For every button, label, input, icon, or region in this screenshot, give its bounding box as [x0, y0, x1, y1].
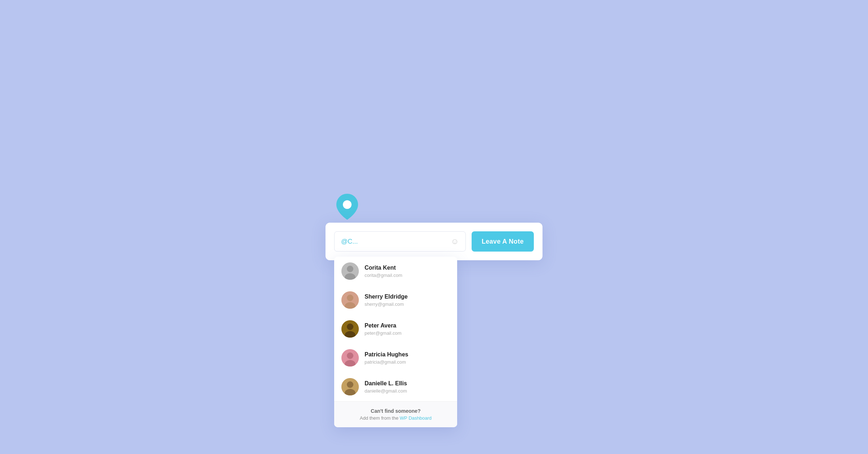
location-pin-icon — [336, 194, 358, 220]
leave-note-button[interactable]: Leave A Note — [472, 231, 534, 252]
svg-point-2 — [347, 266, 353, 272]
contact-email-sherry: sherry@gmail.com — [365, 301, 408, 307]
mention-input[interactable]: @C... ☺ — [334, 231, 466, 252]
contact-info-sherry: Sherry Eldridge sherry@gmail.com — [365, 293, 408, 307]
avatar-patricia — [341, 349, 359, 367]
contact-dropdown: Corita Kent corita@gmail.com Sherry Eldr… — [334, 257, 457, 427]
svg-point-11 — [347, 352, 353, 359]
contact-info-patricia: Patricia Hughes patricia@gmail.com — [365, 351, 408, 365]
avatar-danielle — [341, 378, 359, 395]
contact-info-danielle: Danielle L. Ellis danielle@gmail.com — [365, 380, 407, 394]
svg-point-0 — [343, 200, 352, 209]
contact-email-peter: peter@gmail.com — [365, 330, 401, 336]
contact-name-peter: Peter Avera — [365, 322, 401, 330]
contact-email-danielle: danielle@gmail.com — [365, 388, 407, 394]
mention-input-value: @C... — [341, 238, 358, 245]
avatar-corita — [341, 262, 359, 280]
contact-item-danielle[interactable]: Danielle L. Ellis danielle@gmail.com — [334, 372, 457, 401]
cant-find-line2: Add them from the WP Dashboard — [341, 415, 450, 421]
wp-dashboard-link[interactable]: WP Dashboard — [400, 415, 431, 421]
svg-point-5 — [347, 295, 353, 301]
contact-info-peter: Peter Avera peter@gmail.com — [365, 322, 401, 336]
avatar-sherry — [341, 291, 359, 309]
emoji-icon[interactable]: ☺ — [451, 237, 459, 246]
contact-name-danielle: Danielle L. Ellis — [365, 380, 407, 387]
cant-find-prefix: Add them from the — [360, 415, 400, 421]
main-scene: @C... ☺ Leave A Note Corita Kent corita@… — [326, 194, 542, 260]
contact-item-sherry[interactable]: Sherry Eldridge sherry@gmail.com — [334, 286, 457, 314]
contact-info-corita: Corita Kent corita@gmail.com — [365, 264, 402, 278]
cant-find-line1: Can't find someone? — [341, 408, 450, 414]
contact-item-peter[interactable]: Peter Avera peter@gmail.com — [334, 314, 457, 343]
svg-point-8 — [347, 324, 353, 330]
contact-item-corita[interactable]: Corita Kent corita@gmail.com — [334, 257, 457, 286]
contact-name-corita: Corita Kent — [365, 264, 402, 272]
svg-point-14 — [347, 381, 353, 388]
contact-name-sherry: Sherry Eldridge — [365, 293, 408, 301]
cant-find-section: Can't find someone? Add them from the WP… — [334, 401, 457, 427]
avatar-peter — [341, 320, 359, 338]
note-card: @C... ☺ Leave A Note Corita Kent corita@… — [326, 223, 542, 260]
contact-email-corita: corita@gmail.com — [365, 273, 402, 278]
contact-email-patricia: patricia@gmail.com — [365, 359, 408, 365]
contact-name-patricia: Patricia Hughes — [365, 351, 408, 359]
contact-item-patricia[interactable]: Patricia Hughes patricia@gmail.com — [334, 343, 457, 372]
input-row: @C... ☺ Leave A Note — [334, 231, 534, 252]
